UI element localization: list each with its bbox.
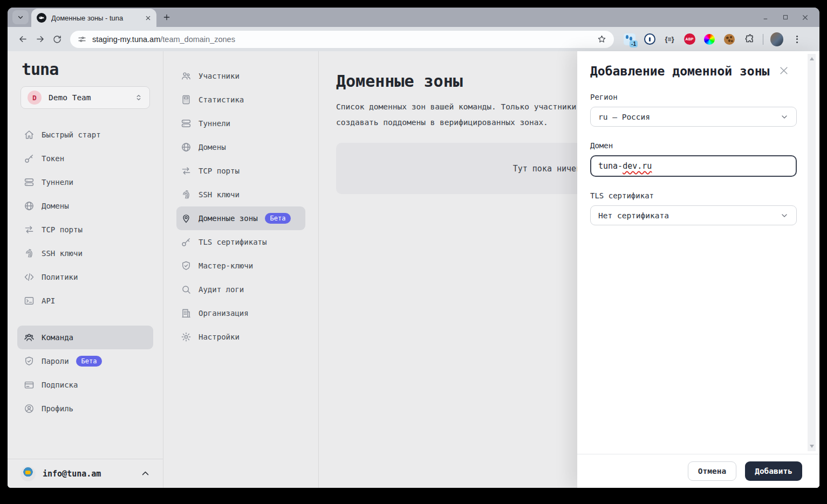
colorwheel-extension-icon[interactable] xyxy=(703,33,716,46)
nav-label: Профиль xyxy=(42,404,73,413)
maximize-icon[interactable] xyxy=(782,14,789,20)
onepassword-extension-icon[interactable] xyxy=(643,33,656,46)
sidebar-item-terminal[interactable]: API xyxy=(17,289,153,313)
team-menu-item-pin[interactable]: Доменные зоныБета xyxy=(176,206,305,230)
sidebar-item-shield[interactable]: ПаролиБета xyxy=(17,349,153,373)
nav-label: Участники xyxy=(199,72,240,80)
browser-tab[interactable]: Доменные зоны - tuna xyxy=(31,9,156,27)
sidebar-item-card[interactable]: Подписка xyxy=(17,373,153,397)
sidebar-item-team[interactable]: Команда xyxy=(17,326,153,349)
reload-icon[interactable] xyxy=(49,31,66,48)
team-menu-item-server[interactable]: Туннели xyxy=(176,112,305,135)
panel-footer: Отмена Добавить xyxy=(577,454,819,488)
browser-menu-icon[interactable] xyxy=(790,33,803,46)
chevron-down-icon xyxy=(780,211,789,220)
sidebar-item-server[interactable]: Туннели xyxy=(17,170,153,194)
nav-label: Статистика xyxy=(199,95,244,104)
user-icon xyxy=(24,403,35,414)
team-name: Demo Team xyxy=(49,93,127,102)
site-settings-icon[interactable] xyxy=(78,35,86,44)
window-controls xyxy=(762,14,819,21)
team-selector[interactable]: D Demo Team xyxy=(20,86,150,109)
cookie-extension-icon[interactable] xyxy=(723,33,736,46)
nav-label: TLS сертификаты xyxy=(199,238,266,246)
browser-profile-avatar[interactable] xyxy=(770,33,783,46)
calculator-icon xyxy=(181,94,192,105)
search-icon xyxy=(181,284,192,295)
team-menu-item-gear[interactable]: Настройки xyxy=(176,325,305,349)
sidebar-item-key[interactable]: Токен xyxy=(17,147,153,170)
team-menu-item-shield[interactable]: Мастер-ключи xyxy=(176,254,305,278)
url-host: staging-my.tuna.am xyxy=(92,35,160,44)
sidebar-item-globe[interactable]: Домены xyxy=(17,194,153,218)
nav-label: TCP порты xyxy=(199,167,240,175)
nav-label: SSH ключи xyxy=(199,190,240,199)
tls-select[interactable]: Нет сертификата xyxy=(590,205,797,225)
users-icon xyxy=(181,71,192,81)
tab-title: Доменные зоны - tuna xyxy=(51,14,140,22)
nav-label: TCP порты xyxy=(42,225,83,234)
panel-title: Добавление доменной зоны xyxy=(590,64,797,78)
region-select[interactable]: ru – Россия xyxy=(590,107,797,127)
close-window-icon[interactable] xyxy=(802,14,809,21)
browser-window: Доменные зоны - tuna staging-my.tuna.am/… xyxy=(8,8,819,488)
server-icon xyxy=(24,177,35,188)
team-menu-item-key[interactable]: TLS сертификаты xyxy=(176,230,305,254)
sidebar-item-swap[interactable]: TCP порты xyxy=(17,218,153,241)
team-menu-item-building[interactable]: Организация xyxy=(176,301,305,325)
team-menu-item-globe[interactable]: Домены xyxy=(176,135,305,159)
url-path: /team_domain_zones xyxy=(160,35,235,44)
home-icon xyxy=(24,129,35,140)
weather-extension-icon[interactable]: -1 xyxy=(623,33,636,46)
chevron-updown-icon xyxy=(134,93,143,102)
panel-scrollbar[interactable] xyxy=(808,54,816,451)
nav-label: Настройки xyxy=(199,333,240,341)
building-icon xyxy=(181,308,192,319)
tls-label: TLS сертификат xyxy=(590,191,797,200)
code-braces-extension-icon[interactable]: {≡} xyxy=(663,33,676,46)
sidebar-item-user[interactable]: Профиль xyxy=(17,397,153,420)
tuna-logo: tuna xyxy=(8,51,163,79)
forward-icon[interactable] xyxy=(31,31,49,48)
nav-label: Аудит логи xyxy=(199,285,244,294)
team-menu-item-search[interactable]: Аудит логи xyxy=(176,278,305,301)
team-settings-menu: УчастникиСтатистикаТуннелиДоменыTCP порт… xyxy=(163,51,319,488)
swap-icon xyxy=(24,224,35,235)
beta-badge: Бета xyxy=(265,213,291,224)
gear-icon xyxy=(181,332,192,342)
tab-strip: Доменные зоны - tuna xyxy=(8,8,819,27)
scroll-down-icon[interactable] xyxy=(810,445,814,448)
card-icon xyxy=(24,379,35,390)
sidebar-item-fingerprint[interactable]: SSH ключи xyxy=(17,241,153,265)
cancel-button[interactable]: Отмена xyxy=(688,461,736,481)
url-bar[interactable]: staging-my.tuna.am/team_domain_zones xyxy=(70,31,614,48)
submit-button[interactable]: Добавить xyxy=(745,461,802,481)
user-footer[interactable]: info@tuna.am xyxy=(8,459,163,488)
bookmark-star-icon[interactable] xyxy=(597,34,606,44)
sidebar-item-home[interactable]: Быстрый старт xyxy=(17,123,153,147)
back-icon[interactable] xyxy=(14,31,31,48)
close-panel-icon[interactable] xyxy=(778,65,789,76)
extensions-row: -1 {≡} ABP xyxy=(623,33,803,46)
tab-search-button[interactable] xyxy=(12,10,29,24)
team-menu-item-calculator[interactable]: Статистика xyxy=(176,88,305,112)
nav-label: Домены xyxy=(199,143,226,151)
domain-input[interactable]: tuna-dev.ru xyxy=(590,155,797,177)
nav-label: Подписка xyxy=(42,381,78,389)
team-menu-item-fingerprint[interactable]: SSH ключи xyxy=(176,183,305,206)
scroll-up-icon[interactable] xyxy=(810,57,814,60)
weather-badge: -1 xyxy=(630,40,638,47)
nav-label: API xyxy=(42,296,55,305)
shield-icon xyxy=(24,356,35,367)
tab-close-icon[interactable] xyxy=(145,15,151,21)
adblock-extension-icon[interactable]: ABP xyxy=(683,33,696,46)
nav-label: Организация xyxy=(199,309,249,317)
minimize-icon[interactable] xyxy=(762,14,769,21)
new-tab-button[interactable] xyxy=(163,13,170,21)
team-menu-item-swap[interactable]: TCP порты xyxy=(176,159,305,183)
sidebar-account-nav: КомандаПаролиБетаПодпискаПрофиль xyxy=(17,326,153,420)
team-menu-item-users[interactable]: Участники xyxy=(176,64,305,88)
sidebar-item-code[interactable]: Политики xyxy=(17,265,153,289)
user-avatar xyxy=(20,466,36,481)
extensions-puzzle-icon[interactable] xyxy=(743,33,756,46)
